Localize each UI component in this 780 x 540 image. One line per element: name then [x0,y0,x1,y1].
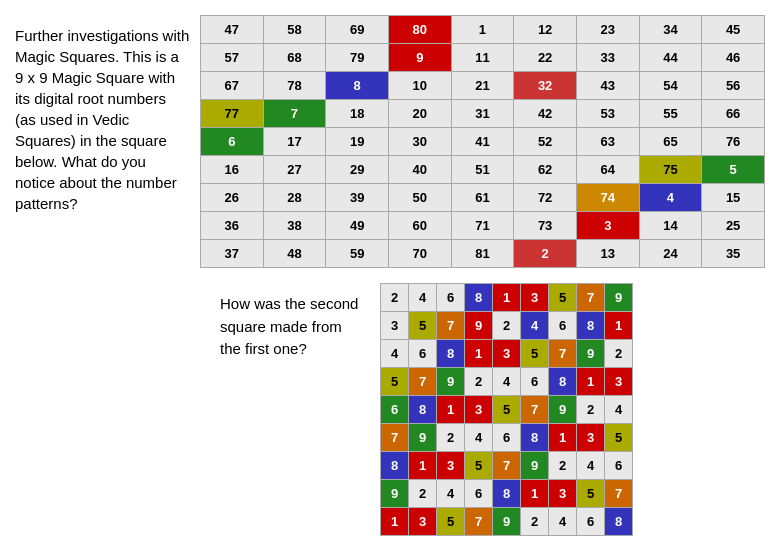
grid-cell: 9 [521,452,549,480]
grid-cell: 65 [639,128,702,156]
grid-cell: 5 [549,284,577,312]
grid-cell: 13 [576,240,639,268]
grid-cell: 59 [326,240,389,268]
grid-cell: 5 [437,508,465,536]
grid-cell: 5 [605,424,633,452]
grid-cell: 4 [409,284,437,312]
grid-cell: 56 [702,72,765,100]
grid-cell: 32 [514,72,577,100]
grid-cell: 7 [521,396,549,424]
grid-cell: 4 [549,508,577,536]
grid-cell: 3 [465,396,493,424]
grid-cell: 35 [702,240,765,268]
grid-cell: 1 [493,284,521,312]
grid-cell: 2 [409,480,437,508]
grid-cell: 20 [388,100,451,128]
grid-cell: 45 [702,16,765,44]
grid-cell: 58 [263,16,326,44]
grid-cell: 76 [702,128,765,156]
grid-cell: 52 [514,128,577,156]
grid-cell: 3 [381,312,409,340]
grid-cell: 28 [263,184,326,212]
grid-cell: 3 [437,452,465,480]
grid-cell: 5 [465,452,493,480]
grid-cell: 74 [576,184,639,212]
grid-cell: 7 [549,340,577,368]
grid-cell: 19 [326,128,389,156]
grid-cell: 51 [451,156,514,184]
grid-cell: 64 [576,156,639,184]
grid-cell: 3 [521,284,549,312]
left-text: Further investigations with Magic Square… [15,15,190,525]
grid-cell: 79 [326,44,389,72]
bottom-section: How was the second square made from the … [200,278,765,536]
grid-cell: 1 [409,452,437,480]
grid-cell: 6 [437,284,465,312]
grid-cell: 61 [451,184,514,212]
grid-cell: 8 [381,452,409,480]
grid-cell: 8 [465,284,493,312]
grid-cell: 49 [326,212,389,240]
grid-cell: 5 [521,340,549,368]
grid-cell: 7 [409,368,437,396]
grid-cell: 36 [201,212,264,240]
grid-cell: 3 [549,480,577,508]
grid-cell: 23 [576,16,639,44]
right-content: 4758698011223344557687991122334446677881… [200,15,765,525]
grid-cell: 69 [326,16,389,44]
grid-cell: 5 [409,312,437,340]
grid-cell: 8 [549,368,577,396]
grid-cell: 7 [437,312,465,340]
grid-cell: 6 [521,368,549,396]
grid-cell: 4 [639,184,702,212]
grid-cell: 2 [521,508,549,536]
how-was-text: How was the second square made from the … [200,283,360,536]
grid-cell: 1 [549,424,577,452]
grid-cell: 5 [493,396,521,424]
grid-cell: 16 [201,156,264,184]
grid-cell: 6 [549,312,577,340]
grid-cell: 81 [451,240,514,268]
magic-square-1: 4758698011223344557687991122334446677881… [200,15,765,268]
grid-cell: 6 [465,480,493,508]
grid-cell: 4 [437,480,465,508]
grid-cell: 7 [263,100,326,128]
grid-cell: 7 [493,452,521,480]
grid-cell: 8 [326,72,389,100]
grid-cell: 66 [702,100,765,128]
grid-cell: 62 [514,156,577,184]
grid-cell: 3 [577,424,605,452]
grid-cell: 15 [702,184,765,212]
grid-cell: 12 [514,16,577,44]
grid-cell: 9 [493,508,521,536]
grid-cell: 77 [201,100,264,128]
grid-cell: 39 [326,184,389,212]
grid-cell: 25 [702,212,765,240]
grid-cell: 47 [201,16,264,44]
grid-cell: 4 [521,312,549,340]
grid-cell: 34 [639,16,702,44]
grid-cell: 9 [577,340,605,368]
grid-cell: 9 [409,424,437,452]
grid-cell: 72 [514,184,577,212]
grid-cell: 8 [577,312,605,340]
grid-cell: 1 [437,396,465,424]
grid-cell: 27 [263,156,326,184]
grid-cell: 29 [326,156,389,184]
grid-cell: 46 [702,44,765,72]
grid-cell: 2 [381,284,409,312]
grid-cell: 73 [514,212,577,240]
grid-cell: 26 [201,184,264,212]
grid-cell: 1 [605,312,633,340]
grid-cell: 5 [381,368,409,396]
grid-cell: 6 [605,452,633,480]
grid-cell: 5 [702,156,765,184]
grid-cell: 2 [605,340,633,368]
grid-cell: 50 [388,184,451,212]
grid-cell: 48 [263,240,326,268]
grid-cell: 67 [201,72,264,100]
main-container: Further investigations with Magic Square… [0,0,780,540]
grid-cell: 2 [514,240,577,268]
grid-cell: 2 [549,452,577,480]
grid-cell: 30 [388,128,451,156]
